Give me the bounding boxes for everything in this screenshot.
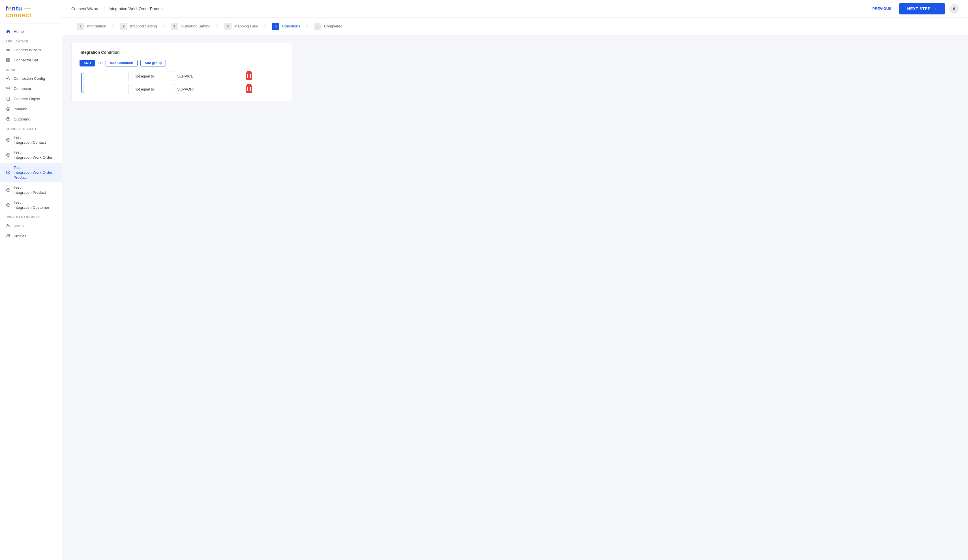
outbound-icon	[6, 117, 11, 122]
sidebar-item-users[interactable]: Users	[0, 221, 62, 231]
step-num-3: 3	[171, 23, 178, 30]
inbound-icon	[6, 106, 11, 111]
condition-box: Integration Condition AND OR Add Conditi…	[71, 43, 292, 101]
content-area: Integration Condition AND OR Add Conditi…	[62, 35, 968, 560]
step-label-5: Conditions	[282, 24, 300, 28]
condition-title: Integration Condition	[80, 50, 284, 55]
previous-button[interactable]: ← PREVIOUS	[864, 4, 895, 13]
sidebar-item-connect-wizard[interactable]: Connect Wizard	[0, 45, 62, 55]
sidebar-item-connection-config-label: Connection Config	[13, 76, 56, 81]
trash-icon-2	[246, 86, 252, 93]
step-information[interactable]: 1 Information	[71, 18, 112, 35]
grid-icon	[6, 58, 11, 63]
sidebar-item-connector-set[interactable]: Connector Set	[0, 55, 62, 65]
sidebar-item-users-label: Users	[13, 223, 56, 228]
svg-rect-3	[8, 60, 10, 62]
condition-rows-container	[80, 71, 284, 94]
condition-operator-2[interactable]	[132, 84, 171, 94]
step-outbound-setting[interactable]: 3 Outbound Setting	[165, 18, 216, 35]
logo-name-top: fentu	[6, 5, 56, 12]
condition-area: Integration Condition AND OR Add Conditi…	[62, 35, 968, 109]
sidebar-item-test-integration-work-order-product-label: TestIntegration Work OrderProduct	[13, 165, 56, 180]
sidebar-item-profiles-label: Profiles	[13, 234, 56, 239]
user-avatar[interactable]: A	[949, 4, 959, 13]
sidebar-item-test-integration-work-order[interactable]: TestIntegration Work Order	[0, 147, 62, 162]
condition-field-1[interactable]	[83, 71, 129, 81]
sidebar-item-outbound-label: Outbound	[13, 117, 56, 122]
sidebar-item-connect-object[interactable]: Connect Object	[0, 94, 62, 104]
condition-row-2	[83, 84, 284, 94]
sidebar-item-test-integration-work-order-product[interactable]: TestIntegration Work OrderProduct	[0, 163, 62, 183]
logo-name-bottom: connect	[6, 12, 56, 19]
nav-section-menu: MENU	[0, 65, 62, 73]
sidebar-item-test-integration-customer[interactable]: TestIntegration Customer	[0, 197, 62, 212]
step-mapping-field[interactable]: 4 Mapping Field	[219, 18, 264, 35]
step-label-3: Outbound Setting	[181, 24, 211, 28]
bracket-line	[81, 73, 83, 93]
condition-rows	[83, 71, 284, 94]
breadcrumb: Connect Wizard | Integration Work Order …	[71, 6, 164, 11]
condition-value-1[interactable]	[174, 71, 242, 81]
user-icon	[6, 223, 11, 228]
step-num-1: 1	[77, 23, 85, 30]
sidebar-item-home-label: Home	[13, 29, 56, 34]
step-sep-1: >	[112, 24, 114, 28]
steps-bar: 1 Information > 2 Inbound Setting > 3 Ou…	[62, 18, 968, 35]
or-label: OR	[98, 61, 103, 65]
breadcrumb-current: Integration Work Order Product	[109, 7, 164, 11]
profiles-icon	[6, 233, 11, 238]
sidebar-item-test-integration-contact-label: TestIntegration Contact	[13, 135, 56, 145]
sidebar-item-connect-wizard-label: Connect Wizard	[13, 48, 56, 53]
step-completed[interactable]: 6 Completed	[308, 18, 348, 35]
condition-row-1	[83, 71, 284, 81]
condition-field-2[interactable]	[83, 84, 129, 94]
nav-section-connect-object: CONNECT OBJECT	[0, 124, 62, 132]
step-inbound-setting[interactable]: 2 Inbound Setting	[114, 18, 163, 35]
sidebar-nav: Home APPLICATION Connect Wizard	[0, 23, 62, 560]
sidebar-item-test-integration-work-order-label: TestIntegration Work Order	[13, 150, 56, 160]
link-icon	[6, 47, 11, 52]
condition-controls: AND OR Add Condition Add group	[80, 59, 284, 66]
condition-operator-1[interactable]	[132, 71, 171, 81]
step-sep-2: >	[162, 24, 165, 28]
sidebar-item-outbound[interactable]: Outbound	[0, 114, 62, 124]
topbar: Connect Wizard | Integration Work Order …	[62, 0, 968, 18]
box-icon-1	[6, 137, 11, 142]
sidebar-item-connect-object-label: Connect Object	[13, 96, 56, 102]
nav-section-application: APPLICATION	[0, 36, 62, 45]
add-group-button[interactable]: Add group	[140, 59, 166, 66]
nav-section-user-management: USER MANAGEMENT	[0, 212, 62, 221]
condition-bracket	[80, 71, 83, 94]
condition-value-2[interactable]	[174, 84, 242, 94]
arrow-left-icon: ←	[867, 7, 871, 11]
sidebar-item-test-integration-product[interactable]: TestIntegration Product	[0, 182, 62, 197]
sidebar-item-connector[interactable]: Connector	[0, 83, 62, 94]
sidebar-item-profiles[interactable]: Profiles	[0, 231, 62, 241]
breadcrumb-separator: |	[104, 6, 105, 11]
delete-row-1-button[interactable]	[245, 72, 253, 80]
and-button[interactable]: AND	[80, 59, 95, 66]
box-icon-5	[6, 203, 11, 208]
step-sep-5: >	[306, 24, 308, 28]
sidebar-item-test-integration-contact[interactable]: TestIntegration Contact	[0, 132, 62, 147]
breadcrumb-connect-wizard: Connect Wizard	[71, 7, 99, 11]
step-num-5: 5	[272, 23, 279, 30]
delete-row-2-button[interactable]	[245, 85, 253, 93]
step-label-6: Completed	[324, 24, 343, 28]
next-step-button[interactable]: NEXT STEP →	[899, 3, 945, 15]
sidebar-item-inbound[interactable]: Inbound	[0, 104, 62, 114]
svg-point-4	[8, 78, 9, 79]
sidebar-item-test-integration-product-label: TestIntegration Product	[13, 185, 56, 195]
add-condition-button[interactable]: Add Condition	[106, 59, 138, 66]
sidebar-item-connection-config[interactable]: Connection Config	[0, 73, 62, 83]
sidebar-item-test-integration-customer-label: TestIntegration Customer	[13, 200, 56, 210]
svg-rect-1	[8, 58, 10, 59]
box-icon-4	[6, 188, 11, 193]
main: Connect Wizard | Integration Work Order …	[62, 0, 968, 560]
step-conditions[interactable]: 5 Conditions	[266, 18, 306, 35]
step-label-2: Inbound Setting	[130, 24, 157, 28]
sidebar-item-connector-set-label: Connector Set	[13, 58, 56, 63]
trash-icon-1	[246, 73, 252, 80]
sidebar-item-connector-label: Connector	[13, 86, 56, 91]
sidebar-item-home[interactable]: Home	[0, 26, 62, 36]
